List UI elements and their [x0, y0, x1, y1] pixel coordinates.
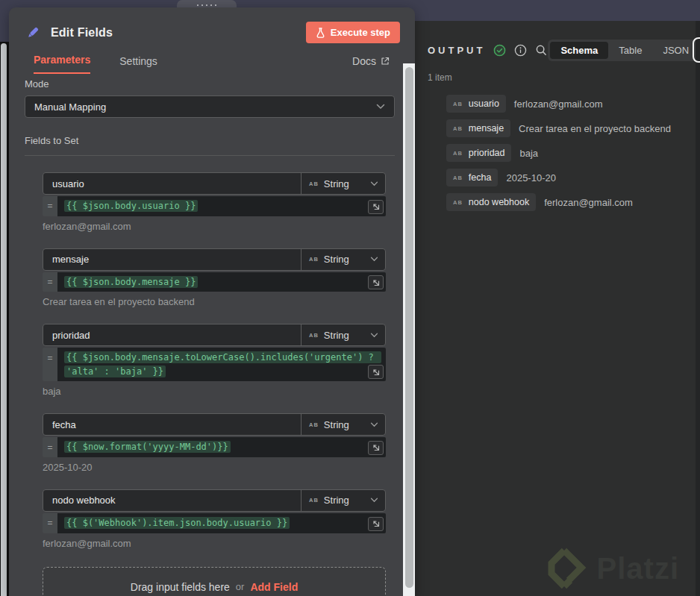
output-view-toggle: Schema Table JSON: [548, 40, 700, 61]
expression-input[interactable]: {{ $json.body.mensaje }}: [57, 272, 386, 292]
divider: [25, 155, 395, 156]
schema-key-pill[interactable]: AB usuario: [446, 95, 506, 113]
collapsed-panel-button[interactable]: [693, 37, 700, 63]
schema-value: ferlozan@gmail.com: [544, 197, 633, 208]
schema-key: usuario: [469, 98, 499, 109]
drag-fields-drop-zone[interactable]: Drag input fields here or Add Field: [43, 567, 386, 596]
expression-input[interactable]: {{ $now.format('yyyy-MM-dd')}}: [57, 437, 386, 457]
expression-mode-prefix: =: [43, 348, 57, 381]
schema-row: AB mensaje Crear tarea en el proyecto ba…: [446, 119, 696, 137]
field-group-usuario: usuario AB String = {{ $json.body.usuari…: [43, 172, 386, 232]
expression-result: ferlozan@gmail.com: [43, 538, 386, 549]
drop-zone-or: or: [236, 581, 245, 592]
schema-row: AB fecha 2025-10-20: [446, 169, 696, 186]
docs-link[interactable]: Docs: [352, 55, 390, 74]
open-expression-editor-button[interactable]: [368, 275, 384, 289]
chevron-down-icon: [370, 181, 378, 186]
string-type-icon: AB: [453, 199, 463, 206]
schema-key-pill[interactable]: AB nodo webhook: [446, 193, 536, 211]
parameters-scrollbar-thumb[interactable]: [405, 67, 413, 588]
field-group-prioridad: prioridad AB String = {{ $json.body.mens…: [43, 324, 386, 397]
add-field-button[interactable]: Add Field: [250, 581, 298, 593]
field-name-input[interactable]: nodo webhook: [43, 490, 301, 511]
open-expression-editor-button[interactable]: [368, 200, 384, 214]
field-type-select[interactable]: AB String: [301, 490, 385, 511]
schema-row: AB nodo webhook ferlozan@gmail.com: [446, 193, 696, 211]
schema-key-pill[interactable]: AB prioridad: [446, 144, 511, 162]
expression-mode-prefix: =: [43, 437, 57, 457]
output-title: OUTPUT: [428, 45, 485, 56]
chevron-down-icon: [370, 498, 378, 503]
tab-settings[interactable]: Settings: [119, 55, 157, 74]
string-type-icon: AB: [309, 181, 319, 187]
schema-list: AB usuario ferlozan@gmail.com AB mensaje…: [446, 95, 696, 211]
schema-key: prioridad: [469, 148, 505, 158]
string-type-icon: AB: [309, 497, 319, 504]
field-type-label: String: [324, 254, 370, 265]
expand-expression-icon: [372, 520, 380, 527]
expression-input[interactable]: {{ $json.body.mensaje.toLowerCase().incl…: [57, 348, 386, 381]
expression-mode-prefix: =: [43, 272, 57, 292]
open-expression-editor-button[interactable]: [368, 441, 384, 455]
field-name-input[interactable]: mensaje: [43, 249, 301, 270]
schema-key-pill[interactable]: AB fecha: [446, 169, 498, 186]
field-type-select[interactable]: AB String: [301, 249, 385, 270]
pencil-icon: [25, 25, 41, 41]
input-panel-scrollbar[interactable]: [1, 43, 7, 596]
mode-select[interactable]: Manual Mapping: [25, 95, 395, 118]
fields-to-set-label: Fields to Set: [25, 135, 395, 146]
string-type-icon: AB: [309, 256, 319, 263]
chevron-down-icon: [370, 257, 378, 262]
field-name-input[interactable]: prioridad: [43, 324, 301, 345]
field-group-mensaje: mensaje AB String = {{ $json.body.mensaj…: [43, 248, 386, 308]
view-tab-table[interactable]: Table: [608, 42, 652, 59]
field-type-select[interactable]: AB String: [301, 324, 385, 345]
open-expression-editor-button[interactable]: [368, 517, 384, 531]
field-type-label: String: [324, 495, 370, 506]
schema-value: ferlozan@gmail.com: [514, 98, 603, 110]
field-name-input[interactable]: fecha: [43, 414, 301, 435]
schema-value: baja: [519, 148, 538, 159]
schema-value: 2025-10-20: [506, 172, 556, 183]
execute-step-button[interactable]: Execute step: [306, 22, 400, 43]
field-type-select[interactable]: AB String: [301, 414, 385, 435]
field-type-select[interactable]: AB String: [301, 173, 385, 194]
schema-key-pill[interactable]: AB mensaje: [446, 119, 510, 137]
right-panel-edge: [696, 21, 700, 596]
chevron-down-icon: [376, 104, 385, 110]
expression-result: ferlozan@gmail.com: [43, 221, 386, 232]
string-type-icon: AB: [309, 421, 319, 428]
drop-zone-text: Drag input fields here: [131, 581, 230, 593]
expression-mode-prefix: =: [43, 196, 57, 216]
schema-key: mensaje: [469, 123, 504, 134]
schema-key: fecha: [469, 172, 492, 183]
chevron-down-icon: [370, 333, 378, 338]
open-expression-editor-button[interactable]: [368, 365, 384, 379]
tab-parameters[interactable]: Parameters: [34, 54, 90, 74]
field-group-fecha: fecha AB String = {{ $now.format('yyyy-M…: [43, 413, 386, 473]
output-panel: OUTPUT Schema Table JSON 1 item AB usuar…: [415, 21, 696, 596]
node-title: Edit Fields: [51, 26, 113, 40]
string-type-icon: AB: [453, 101, 463, 107]
info-icon[interactable]: [514, 44, 527, 57]
success-check-icon: [493, 44, 506, 57]
app-canvas: Edit Fields Execute step Parameters Sett…: [0, 0, 700, 596]
parameters-body: Mode Manual Mapping Fields to Set usuari…: [9, 74, 415, 596]
string-type-icon: AB: [309, 332, 319, 339]
expression-input[interactable]: {{ $('Webhook').item.json.body.usuario }…: [57, 513, 386, 533]
expression-input[interactable]: {{ $json.body.usuario }}: [57, 196, 386, 216]
flask-icon: [316, 28, 325, 38]
parameters-scrollbar-track[interactable]: [403, 63, 415, 596]
search-icon[interactable]: [535, 44, 548, 57]
expression-result: baja: [43, 386, 386, 397]
expression-result: Crear tarea en el proyecto backend: [43, 296, 386, 307]
expand-expression-icon: [372, 444, 380, 451]
field-type-label: String: [324, 178, 370, 189]
string-type-icon: AB: [453, 150, 463, 157]
field-name-input[interactable]: usuario: [43, 173, 301, 194]
view-tab-schema[interactable]: Schema: [550, 42, 608, 59]
expression-result: 2025-10-20: [43, 462, 386, 473]
expand-expression-icon: [372, 368, 380, 376]
field-group-nodo-webhook: nodo webhook AB String = {{ $('Webhook')…: [43, 489, 386, 549]
external-link-icon: [381, 57, 390, 66]
